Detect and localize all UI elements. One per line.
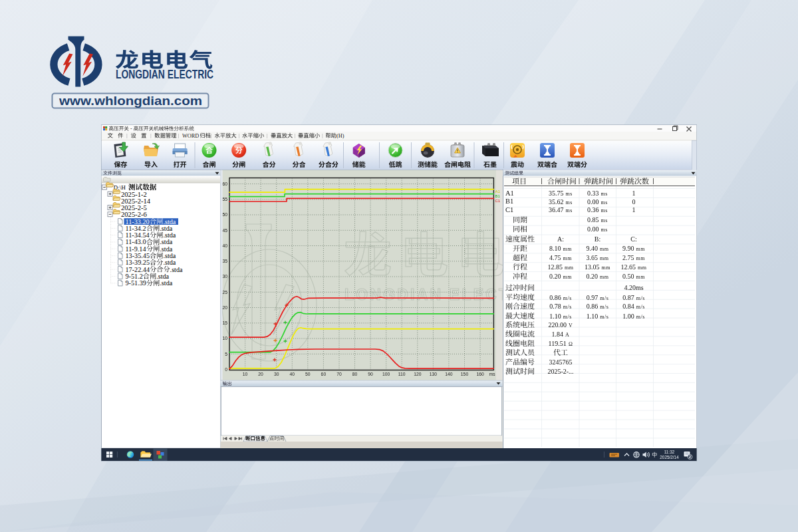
svg-text:Ω: Ω [569,341,573,347]
svg-text:B:: B: [595,235,600,243]
svg-text:.stda: .stda [163,259,176,266]
svg-text:11:32: 11:32 [664,450,675,454]
svg-text:119.51: 119.51 [549,340,567,347]
svg-text:90: 90 [368,372,373,376]
svg-text:www.whlongdian.com: www.whlongdian.com [59,94,202,108]
svg-text:150: 150 [461,372,469,376]
svg-text:0.84: 0.84 [622,303,634,310]
svg-text:120: 120 [414,372,422,376]
svg-text:m/s: m/s [563,295,572,301]
svg-text:ms: ms [601,200,608,205]
svg-text:ms: ms [601,191,608,197]
svg-text:WORD: WORD [182,133,199,139]
svg-text:mm: mm [563,246,573,252]
svg-text:10: 10 [243,372,248,376]
svg-text:mm: mm [600,246,609,252]
svg-text:30: 30 [222,274,227,279]
svg-text:(H): (H) [336,133,344,139]
svg-text:0: 0 [632,198,636,205]
svg-text:A1: A1 [505,190,514,197]
svg-text:55: 55 [222,197,227,201]
svg-text:12.85: 12.85 [548,263,563,271]
svg-text:0.78: 0.78 [549,303,561,310]
svg-text:50: 50 [305,372,311,376]
svg-text:1.84: 1.84 [552,331,564,338]
svg-text:9.40: 9.40 [587,245,598,252]
svg-text:A:: A: [557,235,564,243]
svg-text:ms: ms [601,227,608,233]
svg-text:9-51.2: 9-51.2 [126,273,143,280]
svg-text:V: V [569,323,573,329]
svg-text:0.86: 0.86 [549,294,561,301]
svg-text:2: 2 [689,455,691,459]
svg-text:12.65: 12.65 [621,263,636,271]
svg-text:13.05: 13.05 [585,263,600,271]
svg-text:中: 中 [652,452,658,458]
svg-text:0.00: 0.00 [587,225,599,233]
svg-text:36.47: 36.47 [549,206,564,213]
svg-text:20: 20 [258,372,263,376]
svg-text:m/s: m/s [636,304,645,310]
svg-text:m/s: m/s [636,295,645,301]
svg-text:35.62: 35.62 [549,198,564,205]
svg-text:20: 20 [222,305,227,310]
svg-text:mm: mm [600,274,609,280]
svg-text:m/s: m/s [600,295,608,301]
svg-text:ms: ms [601,217,608,223]
svg-text:0.50: 0.50 [622,273,634,280]
svg-text:80: 80 [352,372,358,376]
svg-text:9-51.39: 9-51.39 [126,279,146,287]
svg-text:0.85: 0.85 [587,216,599,223]
svg-text:0.33: 0.33 [587,190,599,197]
svg-text:m/s: m/s [636,314,645,320]
svg-text:m/s: m/s [563,304,572,310]
svg-text:m/s: m/s [600,314,608,320]
svg-text:mm: mm [636,274,646,280]
svg-text:B1: B1 [495,194,501,198]
svg-text:1: 1 [632,190,636,197]
svg-text:.stda: .stda [160,245,172,253]
svg-text:160: 160 [476,372,484,376]
svg-text:9.90: 9.90 [622,245,634,252]
svg-text:.stda: .stda [156,273,169,280]
svg-text:1: 1 [632,206,636,213]
svg-text:mm: mm [638,265,647,271]
svg-text:50: 50 [222,212,227,217]
svg-text:.stda: .stda [163,231,176,239]
svg-text:8.10: 8.10 [549,245,561,252]
svg-text:mm: mm [565,265,574,271]
svg-text:0.87: 0.87 [622,294,634,301]
svg-text:11-34.54: 11-34.54 [126,231,150,239]
svg-text:60: 60 [321,372,327,376]
svg-text:10: 10 [222,336,227,340]
svg-text:220.00: 220.00 [549,321,567,329]
svg-text:LONGDIAN ELECTRIC: LONGDIAN ELECTRIC [116,68,213,81]
svg-text:13-39.25: 13-39.25 [126,259,150,266]
svg-text:ms: ms [566,191,573,197]
svg-text:0.86: 0.86 [587,303,598,310]
svg-text:C:: C: [630,235,636,243]
svg-text:mm: mm [602,265,611,271]
svg-text:130: 130 [430,372,438,376]
svg-text:2025-2-...: 2025-2-... [547,368,573,375]
svg-text:11-9.14: 11-9.14 [126,245,146,253]
svg-text:B1: B1 [505,198,513,205]
svg-text:30: 30 [274,372,279,376]
svg-text:mm: mm [600,255,609,261]
svg-text:C1: C1 [495,199,501,203]
svg-text:ms: ms [566,207,573,213]
svg-text:35: 35 [222,259,227,263]
svg-text:0.97: 0.97 [587,294,598,301]
svg-text:1.10: 1.10 [587,313,598,320]
svg-text:3.65: 3.65 [587,254,598,261]
svg-text:45: 45 [222,228,227,233]
svg-text:ms: ms [489,372,495,376]
svg-text:60: 60 [222,182,227,186]
svg-text:0.20: 0.20 [549,273,561,280]
svg-text:2.75: 2.75 [622,254,634,261]
svg-text:40: 40 [222,243,227,248]
svg-text:0.20: 0.20 [587,273,598,280]
svg-text:5: 5 [225,352,227,356]
svg-text:17-22.44: 17-22.44 [126,266,150,273]
svg-text:15: 15 [222,321,227,325]
